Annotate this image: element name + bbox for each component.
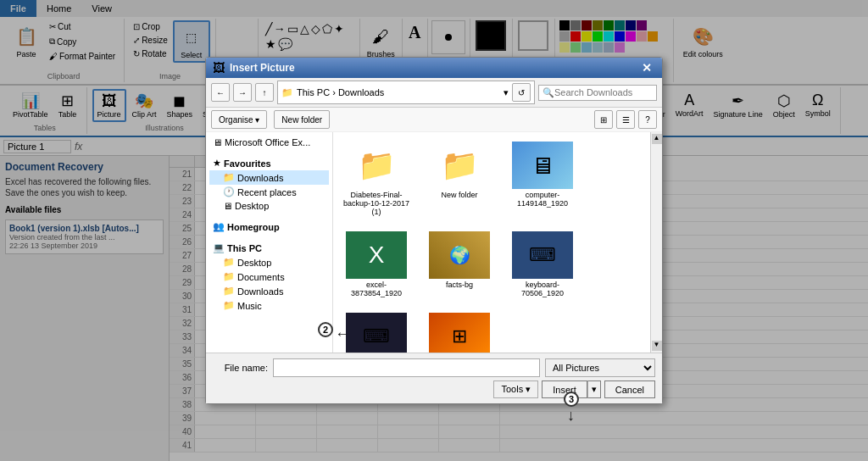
folder-icon2: 📁	[223, 257, 235, 268]
new-folder-button[interactable]: New folder	[274, 110, 330, 129]
image-thumb-keyboard2: ⌨	[346, 313, 407, 353]
image-thumb-facts: 🌍	[429, 231, 490, 279]
tree-label: Desktop	[237, 258, 271, 268]
dialog-actions-bar: Organise ▾ New folder ⊞ ☰ ?	[206, 108, 662, 132]
cancel-button[interactable]: Cancel	[604, 380, 655, 398]
file-thumb-label: facts-bg	[446, 280, 473, 289]
image-thumb-excel: X	[346, 231, 407, 279]
scroll-up-arrow[interactable]: ▲	[652, 134, 662, 144]
image-thumb-keyboard1: ⌨	[512, 231, 573, 279]
scroll-down-arrow[interactable]: ▼	[652, 341, 662, 351]
filename-label: File name:	[213, 363, 268, 373]
filename-input[interactable]	[273, 358, 540, 377]
file-thumb-label: New folder	[441, 191, 477, 199]
search-icon: 🔍	[542, 87, 554, 98]
search-input[interactable]	[554, 87, 653, 97]
insert-dropdown-icon: ▾	[592, 384, 597, 395]
tree-label: Documents	[237, 272, 285, 282]
tree-item-desktop-pc[interactable]: 📁 Desktop	[209, 255, 329, 269]
dialog-sidebar: 🖥 Microsoft Office Ex... ★ Favourites 📁 …	[206, 132, 333, 353]
file-thumb-label: computer-1149148_1920	[509, 191, 576, 208]
insert-button[interactable]: Insert	[542, 380, 587, 398]
music-icon: 📁	[223, 300, 235, 311]
dialog-nav-toolbar: ← → ↑ 📁 This PC › Downloads ▾ ↺ 🔍	[206, 78, 662, 108]
office-icon: 🖥	[213, 137, 222, 147]
tree-section-homegroup[interactable]: 👥 Homegroup	[209, 219, 329, 234]
file-thumb-computer[interactable]: 🖥 computer-1149148_1920	[504, 137, 581, 220]
scrollbar-vertical[interactable]: ▲ ▼	[650, 132, 662, 353]
tree-label: Desktop	[235, 201, 269, 211]
file-thumb-keyboard1[interactable]: ⌨ keyboard-70506_1920	[504, 227, 581, 302]
tree-label: Favourites	[224, 158, 271, 169]
file-thumb-label: excel-3873854_1920	[342, 280, 410, 297]
folder-thumb-diabetes: 📁	[346, 142, 407, 189]
help-button[interactable]: ?	[638, 110, 657, 129]
tree-section-favourites[interactable]: ★ Favourites	[209, 156, 329, 170]
folder-icon: 📁	[223, 172, 235, 183]
search-box: 🔍	[538, 85, 657, 101]
tree-label: Downloads	[237, 286, 283, 297]
file-thumb-keyboard2[interactable]: ⌨ keyboard-453795_1920	[338, 308, 415, 353]
address-bar[interactable]: 📁 This PC › Downloads ▾ ↺	[277, 81, 535, 104]
address-text: This PC › Downloads	[297, 87, 504, 97]
tree-item-downloads[interactable]: 📁 Downloads	[209, 170, 329, 185]
nav-up-button[interactable]: ↑	[255, 83, 274, 102]
dialog-icon: 🖼	[213, 61, 225, 75]
tree-label: This PC	[227, 243, 262, 253]
tree-label: Homegroup	[227, 222, 280, 232]
file-thumb-label: keyboard-70506_1920	[509, 280, 576, 297]
dialog-overlay: 🖼 Insert Picture ✕ ← → ↑ 📁 This PC › Dow…	[0, 0, 868, 461]
image-thumb-microsoft: ⊞	[429, 313, 490, 353]
filetype-select[interactable]: All Pictures	[545, 358, 655, 377]
tree-section-thispc[interactable]: 💻 This PC	[209, 241, 329, 255]
tree-label: Recent places	[237, 187, 297, 197]
nav-back-button[interactable]: ←	[211, 83, 230, 102]
star-icon: ★	[213, 158, 221, 169]
view-grid-button[interactable]: ⊞	[594, 110, 613, 129]
insert-picture-dialog: 🖼 Insert Picture ✕ ← → ↑ 📁 This PC › Dow…	[205, 57, 663, 404]
file-thumb-diabetes[interactable]: 📁 Diabetes-Final-backup-10-12-2017 (1)	[338, 137, 415, 220]
tree-label: Downloads	[237, 173, 283, 183]
tools-button[interactable]: Tools ▾	[493, 380, 538, 398]
dialog-title: Insert Picture	[230, 62, 295, 74]
insert-label: Insert	[553, 385, 576, 395]
tree-item-desktop-fav[interactable]: 🖥 Desktop	[209, 199, 329, 213]
image-thumb-computer: 🖥	[512, 142, 573, 189]
desktop-icon: 🖥	[223, 201, 232, 211]
file-thumb-microsoft[interactable]: ⊞ microsoft-4417275_1920	[421, 308, 498, 353]
organise-button[interactable]: Organise ▾	[211, 110, 267, 129]
documents-icon: 📁	[223, 271, 235, 282]
tree-item-office[interactable]: 🖥 Microsoft Office Ex...	[209, 136, 329, 149]
dialog-titlebar: 🖼 Insert Picture ✕	[206, 58, 662, 78]
insert-button-group: Insert ▾	[542, 380, 601, 398]
annotation-arrow-3: ↓	[567, 407, 575, 425]
tree-item-documents[interactable]: 📁 Documents	[209, 269, 329, 284]
folder-thumb-new: 📁	[429, 142, 490, 189]
view-details-button[interactable]: ☰	[616, 110, 635, 129]
refresh-button[interactable]: ↺	[512, 83, 531, 102]
dialog-main: 🖥 Microsoft Office Ex... ★ Favourites 📁 …	[206, 132, 662, 353]
file-thumb-new-folder[interactable]: 📁 New folder	[421, 137, 498, 220]
file-thumb-excel[interactable]: X excel-3873854_1920	[338, 227, 415, 302]
recent-icon: 🕐	[223, 186, 235, 197]
nav-forward-button[interactable]: →	[233, 83, 252, 102]
dialog-close-button[interactable]: ✕	[638, 61, 655, 75]
tree-item-music[interactable]: 📁 Music	[209, 298, 329, 313]
tree-label: Microsoft Office Ex...	[225, 137, 310, 147]
file-thumb-facts[interactable]: 🌍 facts-bg	[421, 227, 498, 302]
tree-label: Music	[237, 301, 262, 311]
tree-item-downloads2[interactable]: 📁 Downloads	[209, 284, 329, 298]
pc-icon: 💻	[213, 242, 225, 253]
homegroup-icon: 👥	[213, 221, 225, 232]
address-dropdown-icon[interactable]: ▾	[504, 87, 509, 98]
downloads-icon: 📁	[223, 286, 235, 297]
dialog-footer: File name: All Pictures Tools ▾ Insert ▾…	[206, 353, 662, 403]
tree-item-recent[interactable]: 🕐 Recent places	[209, 185, 329, 199]
address-icon: 📁	[281, 87, 293, 98]
file-thumb-label: Diabetes-Final-backup-10-12-2017 (1)	[342, 191, 410, 216]
dialog-files-area: 📁 Diabetes-Final-backup-10-12-2017 (1) 📁…	[333, 132, 650, 353]
insert-dropdown-button[interactable]: ▾	[587, 380, 601, 398]
